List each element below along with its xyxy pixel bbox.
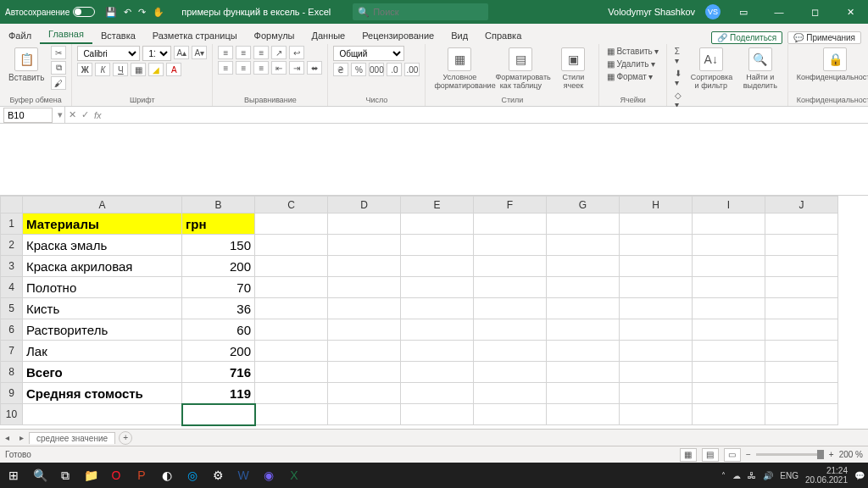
confidentiality-button[interactable]: 🔒Конфиденциальность bbox=[793, 46, 868, 83]
user-name[interactable]: Volodymyr Shashkov bbox=[608, 7, 695, 17]
excel-taskbar-icon[interactable]: X bbox=[281, 463, 307, 488]
cell-I5[interactable] bbox=[693, 298, 765, 319]
autosum-button[interactable]: Σ ▾ bbox=[672, 46, 684, 66]
font-name-select[interactable]: Calibri bbox=[77, 46, 140, 61]
cell-G3[interactable] bbox=[547, 256, 620, 277]
align-center-icon[interactable]: ≡ bbox=[236, 61, 251, 75]
cell-F1[interactable] bbox=[474, 214, 547, 235]
tray-onedrive-icon[interactable]: ☁ bbox=[732, 471, 741, 480]
find-select-button[interactable]: 🔍Найти и выделить bbox=[738, 46, 782, 92]
font-size-select[interactable]: 11 bbox=[142, 46, 171, 61]
cell-G8[interactable] bbox=[547, 362, 620, 383]
tray-volume-icon[interactable]: 🔊 bbox=[763, 471, 773, 480]
cell-E4[interactable] bbox=[401, 277, 474, 298]
undo-icon[interactable]: ↶ bbox=[124, 7, 131, 18]
cell-B5[interactable]: 36 bbox=[182, 298, 255, 319]
autosave-toggle[interactable]: Автосохранение bbox=[5, 7, 95, 17]
cell-H2[interactable] bbox=[620, 235, 693, 256]
cell-I2[interactable] bbox=[693, 235, 765, 256]
powerpoint-icon[interactable]: P bbox=[129, 463, 154, 488]
tray-clock[interactable]: 21:24 20.06.2021 bbox=[805, 466, 848, 485]
tab-вид[interactable]: Вид bbox=[442, 27, 476, 44]
cell-E9[interactable] bbox=[401, 383, 474, 404]
touch-icon[interactable]: ✋ bbox=[153, 7, 164, 18]
delete-cells-button[interactable]: ▦ Удалить ▾ bbox=[604, 58, 660, 69]
tray-notifications-icon[interactable]: 💬 bbox=[854, 471, 865, 480]
cell-B9[interactable]: 119 bbox=[182, 383, 255, 404]
insert-cells-button[interactable]: ▦ Вставить ▾ bbox=[604, 46, 660, 57]
format-painter-icon[interactable]: 🖌 bbox=[51, 76, 66, 90]
underline-icon[interactable]: Ч bbox=[113, 63, 128, 76]
cell-H5[interactable] bbox=[620, 298, 693, 319]
cell-J4[interactable] bbox=[765, 277, 838, 298]
align-bottom-icon[interactable]: ≡ bbox=[253, 46, 269, 59]
zoom-level[interactable]: 200 % bbox=[839, 450, 863, 459]
format-cells-button[interactable]: ▦ Формат ▾ bbox=[604, 71, 660, 82]
percent-icon[interactable]: % bbox=[351, 63, 366, 76]
increase-font-icon[interactable]: A▴ bbox=[174, 46, 189, 59]
cell-G4[interactable] bbox=[547, 277, 620, 298]
row-header-5[interactable]: 5 bbox=[1, 298, 23, 319]
col-header-I[interactable]: I bbox=[693, 197, 765, 214]
search-taskbar-icon[interactable]: 🔍 bbox=[27, 463, 53, 488]
settings-taskbar-icon[interactable]: ⚙ bbox=[205, 463, 231, 488]
cell-D2[interactable] bbox=[328, 235, 401, 256]
search-input[interactable] bbox=[373, 7, 483, 17]
cell-J3[interactable] bbox=[765, 256, 838, 277]
pagebreak-view-icon[interactable]: ▭ bbox=[724, 448, 741, 462]
cell-E8[interactable] bbox=[401, 362, 474, 383]
cell-D10[interactable] bbox=[328, 404, 401, 425]
tab-данные[interactable]: Данные bbox=[303, 27, 353, 44]
cell-B1[interactable]: грн bbox=[182, 214, 255, 235]
cell-D8[interactable] bbox=[328, 362, 401, 383]
cell-D9[interactable] bbox=[328, 383, 401, 404]
cell-D4[interactable] bbox=[328, 277, 401, 298]
italic-icon[interactable]: К bbox=[95, 63, 110, 76]
tab-файл[interactable]: Файл bbox=[0, 27, 40, 44]
cell-H7[interactable] bbox=[620, 341, 693, 362]
row-header-7[interactable]: 7 bbox=[1, 341, 23, 362]
row-header-10[interactable]: 10 bbox=[1, 404, 23, 425]
cell-B6[interactable]: 60 bbox=[182, 319, 255, 341]
cell-F6[interactable] bbox=[474, 319, 547, 341]
sheet-tab[interactable]: среднее значение bbox=[29, 432, 115, 444]
cell-I4[interactable] bbox=[693, 277, 765, 298]
cell-A4[interactable]: Полотно bbox=[23, 277, 182, 298]
cell-E3[interactable] bbox=[401, 256, 474, 277]
cell-J7[interactable] bbox=[765, 341, 838, 362]
col-header-E[interactable]: E bbox=[401, 197, 474, 214]
cut-icon[interactable]: ✂ bbox=[51, 46, 66, 59]
cell-D7[interactable] bbox=[328, 341, 401, 362]
cell-F3[interactable] bbox=[474, 256, 547, 277]
align-left-icon[interactable]: ≡ bbox=[218, 61, 233, 75]
share-button[interactable]: 🔗 Поделиться bbox=[711, 31, 782, 44]
dec-inc-icon[interactable]: .0 bbox=[387, 63, 402, 76]
fx-icon[interactable]: fx bbox=[94, 110, 102, 120]
cell-G7[interactable] bbox=[547, 341, 620, 362]
orientation-icon[interactable]: ↗ bbox=[271, 46, 287, 59]
copy-icon[interactable]: ⧉ bbox=[51, 61, 66, 75]
row-header-1[interactable]: 1 bbox=[1, 214, 23, 235]
cell-J8[interactable] bbox=[765, 362, 838, 383]
cell-E6[interactable] bbox=[401, 319, 474, 341]
cell-F5[interactable] bbox=[474, 298, 547, 319]
col-header-H[interactable]: H bbox=[620, 197, 693, 214]
cell-D5[interactable] bbox=[328, 298, 401, 319]
cell-C7[interactable] bbox=[255, 341, 328, 362]
cell-H10[interactable] bbox=[620, 404, 693, 425]
opera-icon[interactable]: O bbox=[103, 463, 129, 488]
cell-C5[interactable] bbox=[255, 298, 328, 319]
name-box[interactable] bbox=[3, 108, 53, 123]
tab-вставка[interactable]: Вставка bbox=[92, 27, 144, 44]
col-header-B[interactable]: B bbox=[182, 197, 255, 214]
tab-рецензирование[interactable]: Рецензирование bbox=[353, 27, 442, 44]
cell-G2[interactable] bbox=[547, 235, 620, 256]
row-header-8[interactable]: 8 bbox=[1, 362, 23, 383]
row-header-3[interactable]: 3 bbox=[1, 256, 23, 277]
chrome-icon[interactable]: ◐ bbox=[154, 463, 180, 488]
enter-formula-icon[interactable]: ✓ bbox=[81, 109, 89, 120]
cell-B10[interactable] bbox=[182, 404, 255, 425]
cell-C10[interactable] bbox=[255, 404, 328, 425]
word-icon[interactable]: W bbox=[231, 463, 256, 488]
cell-C8[interactable] bbox=[255, 362, 328, 383]
